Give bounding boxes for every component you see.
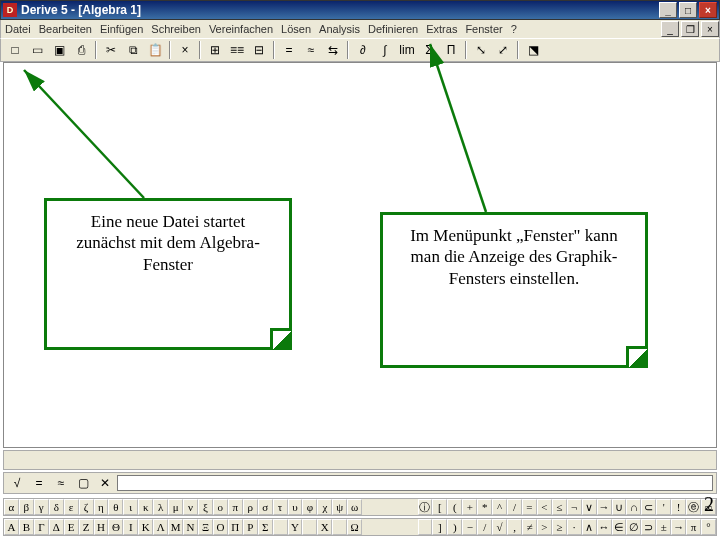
symbol-button[interactable]: χ (317, 499, 332, 515)
doc-minimize-button[interactable]: _ (661, 21, 679, 37)
symbol-button[interactable]: κ (138, 499, 153, 515)
doc-restore-button[interactable]: ❐ (681, 21, 699, 37)
symbol-button[interactable]: υ (288, 499, 303, 515)
symbol-button[interactable]: ⓔ (686, 499, 701, 515)
symbol-button[interactable] (273, 519, 288, 535)
symbol-button[interactable]: γ (34, 499, 49, 515)
tool-button[interactable]: ⊟ (249, 40, 269, 60)
menu-lösen[interactable]: Lösen (281, 23, 311, 35)
symbol-button[interactable]: ^ (492, 499, 507, 515)
symbol-button[interactable]: Θ (108, 519, 123, 535)
tool-button[interactable]: ⊞ (205, 40, 225, 60)
symbol-button[interactable]: β (19, 499, 34, 515)
symbol-button[interactable]: Α (4, 519, 19, 535)
symbol-button[interactable]: ο (213, 499, 228, 515)
symbol-button[interactable]: ω (347, 499, 362, 515)
tool-button[interactable]: ⤡ (471, 40, 491, 60)
symbol-button[interactable]: Ρ (243, 519, 258, 535)
symbol-button[interactable]: Δ (49, 519, 64, 535)
tool-button[interactable]: □ (5, 40, 25, 60)
symbol-button[interactable]: ! (671, 499, 686, 515)
symbol-button[interactable]: ν (183, 499, 198, 515)
symbol-button[interactable]: Ε (64, 519, 79, 535)
symbol-button[interactable]: Γ (34, 519, 49, 535)
menu-bearbeiten[interactable]: Bearbeiten (39, 23, 92, 35)
symbol-button[interactable]: ± (656, 519, 671, 535)
symbol-button[interactable]: θ (108, 499, 123, 515)
symbol-button[interactable]: ξ (198, 499, 213, 515)
symbol-button[interactable]: ∩ (626, 499, 641, 515)
symbol-button[interactable]: Η (94, 519, 109, 535)
tool-button[interactable]: 📋 (145, 40, 165, 60)
input-tool[interactable]: √ (7, 473, 27, 493)
symbol-button[interactable]: ) (447, 519, 462, 535)
symbol-button[interactable]: Μ (168, 519, 183, 535)
symbol-button[interactable]: ∈ (612, 519, 627, 535)
menu-extras[interactable]: Extras (426, 23, 457, 35)
symbol-button[interactable]: π (686, 519, 701, 535)
symbol-button[interactable]: = (522, 499, 537, 515)
tool-button[interactable]: ▭ (27, 40, 47, 60)
menu-datei[interactable]: Datei (5, 23, 31, 35)
symbol-button[interactable]: Λ (153, 519, 168, 535)
input-tool[interactable]: ≈ (51, 473, 71, 493)
tool-button[interactable]: ✂ (101, 40, 121, 60)
symbol-button[interactable] (302, 519, 317, 535)
symbol-button[interactable]: · (567, 519, 582, 535)
tool-button[interactable]: ⇆ (323, 40, 343, 60)
input-tool[interactable]: ✕ (95, 473, 115, 493)
tool-button[interactable]: ∫ (375, 40, 395, 60)
tool-button[interactable]: ⤢ (493, 40, 513, 60)
menu-analysis[interactable]: Analysis (319, 23, 360, 35)
symbol-button[interactable]: → (597, 499, 612, 515)
tool-button[interactable]: ≈ (301, 40, 321, 60)
symbol-button[interactable]: ρ (243, 499, 258, 515)
symbol-button[interactable] (418, 519, 433, 535)
symbol-button[interactable]: λ (153, 499, 168, 515)
menu-fenster[interactable]: Fenster (465, 23, 502, 35)
symbol-button[interactable]: η (94, 499, 109, 515)
symbol-button[interactable]: ' (656, 499, 671, 515)
symbol-button[interactable]: + (462, 499, 477, 515)
symbol-button[interactable]: Ν (183, 519, 198, 535)
tool-button[interactable]: ⧉ (123, 40, 143, 60)
symbol-button[interactable]: ∅ (626, 519, 641, 535)
maximize-button[interactable]: □ (679, 2, 697, 18)
symbol-button[interactable]: ∪ (612, 499, 627, 515)
symbol-button[interactable]: ⊃ (641, 519, 656, 535)
symbol-button[interactable]: − (462, 519, 477, 535)
symbol-button[interactable]: Ξ (198, 519, 213, 535)
symbol-button[interactable]: ≥ (552, 519, 567, 535)
symbol-button[interactable]: / (507, 499, 522, 515)
tool-button[interactable]: ⬔ (523, 40, 543, 60)
symbol-button[interactable]: α (4, 499, 19, 515)
symbol-button[interactable]: [ (432, 499, 447, 515)
symbol-button[interactable]: ↔ (597, 519, 612, 535)
tool-button[interactable]: ≡≡ (227, 40, 247, 60)
symbol-button[interactable]: ε (64, 499, 79, 515)
expression-input[interactable] (117, 475, 713, 491)
symbol-button[interactable]: Ι (123, 519, 138, 535)
symbol-button[interactable]: * (477, 499, 492, 515)
symbol-button[interactable]: > (537, 519, 552, 535)
symbol-button[interactable]: Υ (288, 519, 303, 535)
symbol-button[interactable]: τ (273, 499, 288, 515)
tool-button[interactable]: = (279, 40, 299, 60)
close-button[interactable]: × (699, 2, 717, 18)
symbol-button[interactable]: < (537, 499, 552, 515)
symbol-button[interactable]: ( (447, 499, 462, 515)
symbol-button[interactable]: ∨ (582, 499, 597, 515)
symbol-button[interactable]: Κ (138, 519, 153, 535)
symbol-button[interactable]: ψ (332, 499, 347, 515)
menu-vereinfachen[interactable]: Vereinfachen (209, 23, 273, 35)
symbol-button[interactable]: δ (49, 499, 64, 515)
tool-button[interactable]: Π (441, 40, 461, 60)
menu-schreiben[interactable]: Schreiben (151, 23, 201, 35)
symbol-button[interactable]: ¬ (567, 499, 582, 515)
symbol-button[interactable]: Π (228, 519, 243, 535)
symbol-button[interactable]: / (477, 519, 492, 535)
tool-button[interactable]: × (175, 40, 195, 60)
symbol-button[interactable]: π (228, 499, 243, 515)
doc-close-button[interactable]: × (701, 21, 719, 37)
symbol-button[interactable]: ζ (79, 499, 94, 515)
